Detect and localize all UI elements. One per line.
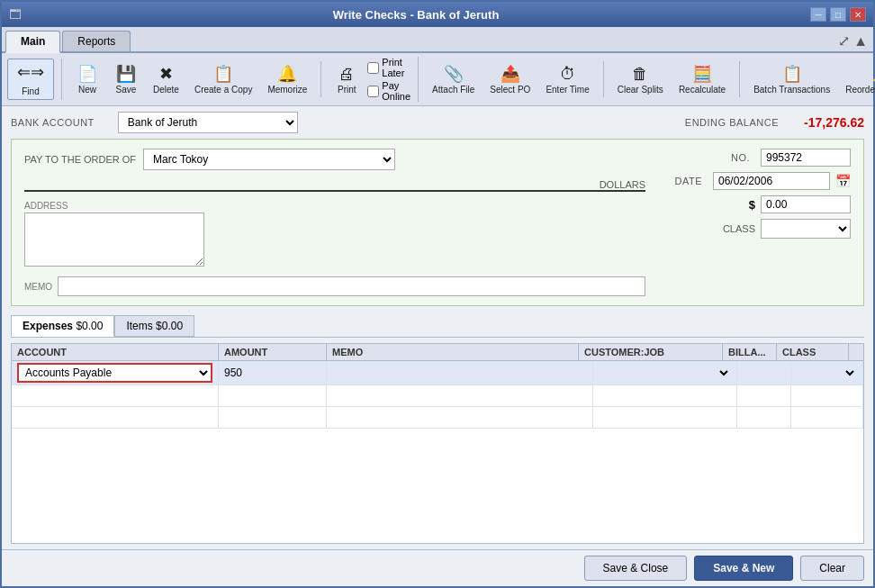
memorize-icon: 🔔	[277, 64, 297, 84]
print-later-checkbox[interactable]	[367, 62, 379, 74]
reorder-reminder-label: Reorder Reminder	[845, 85, 875, 95]
memo-label: MEMO	[24, 282, 52, 292]
edit-group: 📄 New 💾 Save ✖ Delete 📋 Create a Copy 🔔 …	[69, 61, 321, 97]
header-memo: MEMO	[327, 344, 579, 360]
cell-account-2[interactable]	[12, 385, 219, 406]
tab-main[interactable]: Main	[5, 31, 60, 53]
cell-amount-1: 950	[219, 361, 327, 384]
create-copy-button[interactable]: 📋 Create a Copy	[188, 61, 258, 97]
cell-class-2	[791, 385, 863, 406]
check-no-input[interactable]	[761, 149, 851, 167]
print-options: Print Later Pay Online	[367, 57, 410, 102]
account-select-1[interactable]: Accounts Payable	[17, 363, 212, 383]
attach-group: 📎 Attach File 📤 Select PO ⏱ Enter Time	[426, 61, 604, 97]
pay-to-select[interactable]: Marc Tokoy	[143, 149, 395, 170]
main-window: 🗔 Write Checks - Bank of Jeruth ─ □ ✕ Ma…	[0, 0, 875, 588]
print-label: Print	[338, 85, 356, 95]
ending-balance-value: -17,276.62	[804, 115, 864, 130]
enter-time-icon: ⏱	[560, 65, 576, 84]
items-tab-value: $0.00	[156, 320, 183, 332]
recalculate-label: Recalculate	[679, 85, 726, 95]
title-bar-controls: ─ □ ✕	[810, 7, 866, 22]
clear-splits-label: Clear Splits	[618, 85, 663, 95]
clear-splits-icon: 🗑	[632, 65, 648, 84]
new-button[interactable]: 📄 New	[69, 61, 105, 97]
memorize-label: Memorize	[267, 85, 307, 95]
new-label: New	[78, 85, 96, 95]
save-button[interactable]: 💾 Save	[108, 61, 144, 97]
print-group: 🖨 Print Print Later Pay Online	[329, 57, 419, 102]
ending-balance-label: ENDING BALANCE	[685, 117, 779, 128]
delete-icon: ✖	[159, 64, 173, 84]
table-row	[12, 385, 863, 407]
close-button[interactable]: ✕	[850, 7, 866, 22]
scrollbar-placeholder	[849, 344, 863, 360]
cell-custjob-3	[593, 407, 737, 428]
collapse-icon[interactable]: ▲	[853, 33, 868, 50]
calendar-icon[interactable]: 📅	[835, 174, 851, 188]
amount-row: $	[653, 195, 851, 213]
enter-time-button[interactable]: ⏱ Enter Time	[539, 62, 595, 97]
footer-bar: Save & Close Save & New Clear	[2, 549, 873, 586]
date-input[interactable]	[713, 172, 830, 190]
custjob-select-1[interactable]	[599, 366, 731, 380]
memorize-button[interactable]: 🔔 Memorize	[261, 61, 313, 97]
enter-time-label: Enter Time	[546, 85, 589, 95]
recalculate-icon: 🧮	[692, 64, 712, 84]
memo-input-1[interactable]	[332, 366, 587, 379]
cell-account-3[interactable]	[12, 407, 219, 428]
cell-custjob-1[interactable]	[593, 361, 737, 384]
dollar-sign: $	[749, 198, 755, 212]
restore-button[interactable]: □	[830, 7, 846, 22]
find-button[interactable]: ⇐⇒ Find	[7, 59, 54, 100]
find-group: ⇐⇒ Find	[7, 59, 62, 100]
save-label: Save	[116, 85, 137, 95]
batch-transactions-label: Batch Transactions	[753, 85, 830, 95]
select-po-button[interactable]: 📤 Select PO	[483, 61, 537, 97]
tab-reports[interactable]: Reports	[62, 31, 131, 51]
splits-table: ACCOUNT AMOUNT MEMO CUSTOMER:JOB BILLA..…	[11, 343, 864, 544]
address-input[interactable]	[24, 213, 204, 267]
amount-input[interactable]	[761, 195, 851, 213]
clear-button[interactable]: Clear	[800, 556, 864, 581]
minimize-button[interactable]: ─	[810, 7, 826, 22]
attach-file-button[interactable]: 📎 Attach File	[426, 61, 481, 97]
main-content: BANK ACCOUNT Bank of Jeruth ENDING BALAN…	[2, 106, 873, 549]
expand-icon[interactable]: ⤢	[838, 32, 850, 50]
tab-expenses[interactable]: Expenses $0.00	[11, 315, 114, 337]
bank-account-row: BANK ACCOUNT Bank of Jeruth ENDING BALAN…	[11, 112, 864, 133]
pay-online-label: Pay Online	[382, 80, 410, 102]
cell-class-1[interactable]	[791, 361, 863, 384]
table-row	[12, 407, 863, 429]
header-custjob: CUSTOMER:JOB	[579, 344, 723, 360]
batch-transactions-button[interactable]: 📋 Batch Transactions	[747, 61, 836, 97]
header-account: ACCOUNT	[12, 344, 219, 360]
class-select[interactable]	[761, 219, 851, 239]
cell-account-1[interactable]: Accounts Payable	[12, 361, 219, 384]
cell-billa-1	[737, 361, 791, 384]
bank-account-select[interactable]: Bank of Jeruth	[118, 112, 298, 133]
delete-button[interactable]: ✖ Delete	[147, 61, 185, 97]
pay-online-checkbox[interactable]	[367, 86, 379, 97]
cell-memo-1[interactable]	[327, 361, 593, 384]
reorder-reminder-button[interactable]: 🔔 Reorder Reminder	[839, 61, 875, 97]
attach-file-label: Attach File	[432, 85, 474, 95]
tab-items[interactable]: Items $0.00	[114, 315, 194, 337]
new-icon: 📄	[77, 64, 97, 84]
splits-group: 🗑 Clear Splits 🧮 Recalculate	[611, 61, 740, 97]
toolbar: ⇐⇒ Find 📄 New 💾 Save ✖ Delete 📋 Create a…	[2, 53, 873, 106]
cell-billa-3	[737, 407, 791, 428]
memo-row: MEMO	[24, 276, 645, 296]
recalculate-button[interactable]: 🧮 Recalculate	[672, 61, 732, 97]
clear-splits-button[interactable]: 🗑 Clear Splits	[611, 62, 670, 97]
print-button[interactable]: 🖨 Print	[329, 62, 365, 97]
class-row: CLASS	[653, 219, 851, 239]
dollars-line: DOLLARS	[24, 179, 645, 192]
splits-body: Accounts Payable 950	[12, 361, 863, 543]
save-new-button[interactable]: Save & New	[694, 556, 793, 581]
cell-custjob-2	[593, 385, 737, 406]
copy-icon: 📋	[213, 64, 233, 84]
memo-input[interactable]	[58, 276, 645, 296]
class-select-1[interactable]	[797, 366, 857, 380]
save-close-button[interactable]: Save & Close	[584, 556, 688, 581]
